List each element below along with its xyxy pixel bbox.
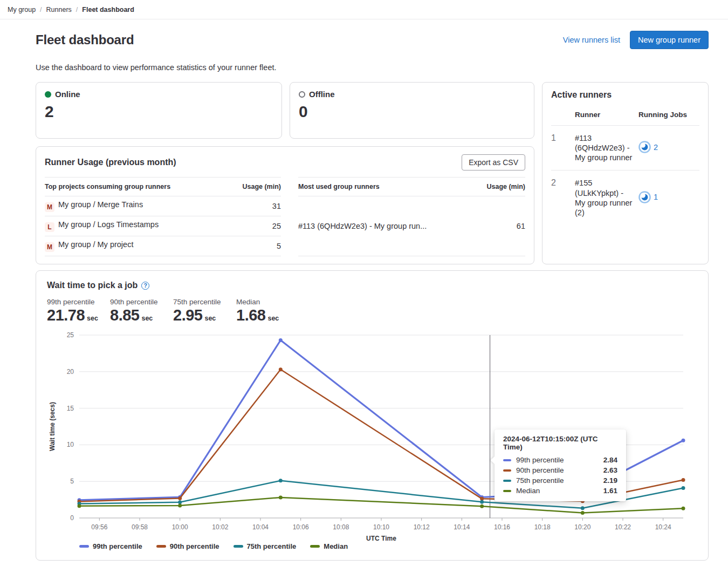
breadcrumb-separator: / bbox=[40, 6, 42, 13]
tooltip-series-value: 2.19 bbox=[603, 476, 617, 485]
legend-label: Median bbox=[324, 542, 348, 550]
online-label: Online bbox=[55, 90, 80, 99]
runner-index: 2 bbox=[551, 171, 575, 225]
stat-90th-percentile: 90th percentile 8.85sec bbox=[110, 298, 164, 323]
stat-value: 2.95 bbox=[173, 307, 202, 323]
svg-text:10:20: 10:20 bbox=[574, 523, 590, 531]
breadcrumb: My group / Runners / Fleet dashboard bbox=[0, 0, 728, 19]
online-label-row: Online bbox=[45, 90, 273, 99]
chart-legend: 99th percentile90th percentile75th perce… bbox=[79, 542, 697, 550]
project-avatar: L bbox=[45, 222, 54, 232]
tooltip-series-label: 75th percentile bbox=[516, 476, 564, 485]
usage-column-header: Usage (min) bbox=[232, 178, 281, 196]
runner-usage-minutes: 61 bbox=[477, 196, 525, 256]
series-marker bbox=[79, 545, 89, 548]
index-column-header bbox=[551, 103, 575, 126]
new-group-runner-button[interactable]: New group runner bbox=[630, 31, 709, 49]
stat-value: 21.78 bbox=[47, 307, 85, 323]
offline-status-icon bbox=[299, 91, 305, 98]
running-jobs-link[interactable]: 2 bbox=[638, 141, 658, 153]
tooltip-series-value: 2.63 bbox=[603, 466, 617, 474]
project-usage-minutes: 31 bbox=[232, 196, 281, 216]
runners-column-header: Most used group runners bbox=[298, 178, 477, 196]
svg-text:0: 0 bbox=[70, 514, 74, 522]
legend-item[interactable]: 99th percentile bbox=[79, 542, 142, 550]
svg-text:10:14: 10:14 bbox=[454, 523, 470, 531]
svg-text:Wait time (secs): Wait time (secs) bbox=[49, 402, 56, 451]
svg-text:09:56: 09:56 bbox=[91, 523, 107, 531]
stat-label: 90th percentile bbox=[110, 298, 164, 306]
project-avatar: M bbox=[45, 202, 54, 212]
page-title: Fleet dashboard bbox=[36, 32, 134, 47]
stat-unit: sec bbox=[87, 315, 98, 322]
legend-label: 99th percentile bbox=[93, 542, 142, 550]
breadcrumb-item-fleet-dashboard[interactable]: Fleet dashboard bbox=[82, 6, 134, 13]
running-jobs-count: 1 bbox=[654, 193, 658, 201]
tooltip-series-value: 2.84 bbox=[603, 456, 617, 464]
breadcrumb-item-my-group[interactable]: My group bbox=[8, 6, 36, 13]
svg-text:5: 5 bbox=[70, 478, 74, 486]
svg-text:10:08: 10:08 bbox=[333, 523, 349, 531]
series-marker bbox=[503, 459, 511, 462]
runner-name: #155 (ULkKYpkpt) - My group runner (2) bbox=[575, 171, 638, 225]
chart-tooltip: 2024-06-12T10:15:00Z (UTC Time) 99th per… bbox=[495, 429, 626, 501]
online-status-icon bbox=[45, 91, 51, 98]
header-actions: View runners list New group runner bbox=[563, 31, 709, 49]
svg-text:09:58: 09:58 bbox=[132, 523, 148, 531]
svg-text:15: 15 bbox=[67, 405, 74, 412]
wait-time-chart-area: 051015202509:5609:5810:0010:0210:0410:06… bbox=[47, 331, 697, 550]
wait-time-title: Wait time to pick a job bbox=[47, 281, 138, 290]
active-runners-table: Runner Running Jobs 1 #113 (6QHdzW2e3) -… bbox=[551, 103, 699, 225]
active-runners-card: Active runners Runner Running Jobs 1 #11… bbox=[542, 82, 709, 264]
usage-tables: Top projects consuming group runners Usa… bbox=[45, 177, 525, 256]
svg-text:20: 20 bbox=[67, 368, 74, 376]
running-jobs-link[interactable]: 1 bbox=[638, 191, 658, 203]
help-icon[interactable]: ? bbox=[141, 282, 149, 290]
breadcrumb-item-runners[interactable]: Runners bbox=[46, 6, 72, 13]
table-row: #113 (6QHdzW2e3) - My group run... 61 bbox=[298, 196, 525, 256]
svg-text:10: 10 bbox=[67, 441, 74, 449]
page-header: Fleet dashboard View runners list New gr… bbox=[36, 31, 709, 49]
wait-time-card: Wait time to pick a job ? 99th percentil… bbox=[36, 270, 709, 561]
online-runners-card: Online 2 bbox=[36, 82, 282, 139]
legend-item[interactable]: Median bbox=[310, 542, 348, 550]
view-runners-list-link[interactable]: View runners list bbox=[563, 36, 620, 44]
stat-75th-percentile: 75th percentile 2.95sec bbox=[173, 298, 228, 323]
offline-label: Offline bbox=[309, 90, 335, 99]
series-marker bbox=[310, 545, 320, 548]
series-marker bbox=[156, 545, 166, 548]
svg-text:10:18: 10:18 bbox=[534, 523, 551, 531]
table-row: MMy group / Merge Trains 31 bbox=[45, 196, 281, 216]
series-marker bbox=[233, 545, 243, 548]
online-count: 2 bbox=[45, 104, 273, 120]
tooltip-row: 99th percentile 2.84 bbox=[503, 456, 617, 464]
running-jobs-column-header: Running Jobs bbox=[638, 103, 699, 126]
svg-text:10:02: 10:02 bbox=[212, 523, 228, 531]
export-csv-button[interactable]: Export as CSV bbox=[462, 154, 525, 171]
tooltip-row: 90th percentile 2.63 bbox=[503, 466, 617, 474]
stat-label: Median bbox=[236, 298, 291, 306]
series-marker bbox=[503, 469, 511, 472]
breadcrumb-separator: / bbox=[76, 6, 78, 13]
runner-index: 1 bbox=[551, 126, 575, 171]
tooltip-row: Median 1.61 bbox=[503, 487, 617, 495]
project-usage-minutes: 5 bbox=[232, 236, 281, 256]
svg-text:25: 25 bbox=[67, 331, 74, 339]
tooltip-series-label: Median bbox=[516, 487, 540, 495]
summary-grid: Online 2 Offline 0 Active runners Runner… bbox=[36, 82, 709, 264]
tooltip-title: 2024-06-12T10:15:00Z (UTC Time) bbox=[503, 435, 617, 451]
projects-column-header: Top projects consuming group runners bbox=[45, 178, 232, 196]
legend-item[interactable]: 75th percentile bbox=[233, 542, 297, 550]
project-name: My group / Logs Timestamps bbox=[58, 220, 159, 229]
project-name: My group / Merge Trains bbox=[58, 200, 143, 209]
legend-item[interactable]: 90th percentile bbox=[156, 542, 219, 550]
svg-text:10:04: 10:04 bbox=[252, 523, 269, 531]
offline-count: 0 bbox=[299, 104, 525, 120]
wait-time-stats: 99th percentile 21.78sec 90th percentile… bbox=[47, 298, 697, 323]
table-row: MMy group / My project 5 bbox=[45, 236, 281, 256]
most-used-runners-table: Most used group runners Usage (min) #113… bbox=[298, 177, 525, 256]
svg-text:10:10: 10:10 bbox=[373, 523, 389, 531]
runner-usage-card: Runner Usage (previous month) Export as … bbox=[36, 146, 534, 264]
svg-text:10:22: 10:22 bbox=[615, 523, 631, 531]
stat-value: 1.68 bbox=[236, 307, 265, 323]
